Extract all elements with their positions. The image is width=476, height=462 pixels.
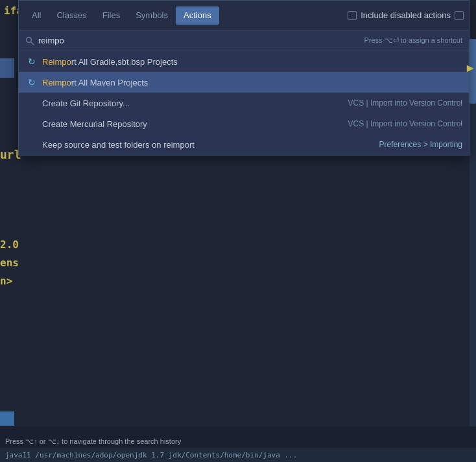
tab-files[interactable]: Files [95, 6, 128, 25]
status-bar: Press ⌥↑ or ⌥↓ to navigate through the s… [0, 426, 476, 462]
left-accent-bar [0, 58, 14, 78]
result-name-keep-source: Keep source and test folders on reimport [42, 140, 379, 150]
result-name-reimport-gradle: Reimport All Gradle,sbt,bsp Projects [42, 57, 462, 67]
result-icon-keep [25, 138, 38, 151]
checkbox-second[interactable] [455, 11, 464, 20]
tab-all[interactable]: All [24, 6, 49, 25]
results-list: ↻ Reimport All Gradle,sbt,bsp Projects ↻… [19, 51, 469, 155]
include-disabled-label: Include disabled actions [361, 10, 451, 20]
include-disabled-checkbox[interactable] [348, 11, 357, 20]
bottom-left-bar [0, 411, 14, 426]
result-item-create-mercurial[interactable]: Create Mercurial Repository VCS | Import… [19, 113, 469, 134]
tab-actions[interactable]: Actions [176, 6, 219, 25]
tab-classes[interactable]: Classes [49, 6, 94, 25]
status-bottom-line: java11 /usr/machines/adop/openjdk 1.7 jd… [0, 448, 476, 462]
result-category-git: VCS | Import into Version Control [348, 98, 462, 108]
right-arrow-indicator: ► [464, 62, 476, 75]
result-item-reimport-maven[interactable]: ↻ Reimport All Maven Projects [19, 72, 469, 93]
search-input[interactable] [38, 36, 360, 45]
result-name-reimport-maven: Reimport All Maven Projects [42, 78, 462, 87]
result-icon-mercurial [25, 117, 38, 130]
bg-version-text: 2.0 [0, 238, 19, 251]
result-name-suffix: rt All Gradle,sbt,bsp Projects [71, 57, 178, 67]
result-item-reimport-gradle[interactable]: ↻ Reimport All Gradle,sbt,bsp Projects [19, 51, 469, 72]
bg-ens-text: ens [0, 257, 19, 269]
result-item-create-git[interactable]: Create Git Repository... VCS | Import in… [19, 93, 469, 113]
result-category-mercurial: VCS | Import into Version Control [348, 119, 462, 128]
svg-point-0 [27, 37, 32, 42]
search-popup: All Classes Files Symbols Actions Includ… [18, 0, 470, 156]
result-category-keep: Preferences > Importing [379, 140, 462, 149]
result-highlight: Reimpo [42, 57, 71, 67]
search-icon [25, 36, 34, 45]
shortcut-hint: Press ⌥⏎ to assign a shortcut [364, 36, 462, 45]
result-name-create-git: Create Git Repository... [42, 98, 348, 108]
result-item-keep-source[interactable]: Keep source and test folders on reimport… [19, 134, 469, 155]
result-icon-refresh: ↻ [25, 55, 38, 68]
include-disabled-wrapper[interactable]: Include disabled actions [348, 10, 464, 20]
nav-hint: Press ⌥↑ or ⌥↓ to navigate through the s… [0, 433, 476, 448]
tab-symbols[interactable]: Symbols [128, 6, 176, 25]
tabs-row: All Classes Files Symbols Actions Includ… [19, 1, 469, 30]
result-icon-refresh-maven: ↻ [25, 76, 38, 89]
result-icon-git [25, 97, 38, 110]
result-highlight-maven: Reimpo [42, 78, 71, 87]
result-name-create-mercurial: Create Mercurial Repository [42, 119, 348, 129]
search-row: Press ⌥⏎ to assign a shortcut [19, 30, 469, 51]
bg-n-text: n> [0, 275, 12, 287]
right-scrollbar[interactable] [470, 39, 476, 428]
svg-line-1 [31, 42, 34, 45]
result-name-suffix-maven: rt All Maven Projects [71, 78, 149, 87]
